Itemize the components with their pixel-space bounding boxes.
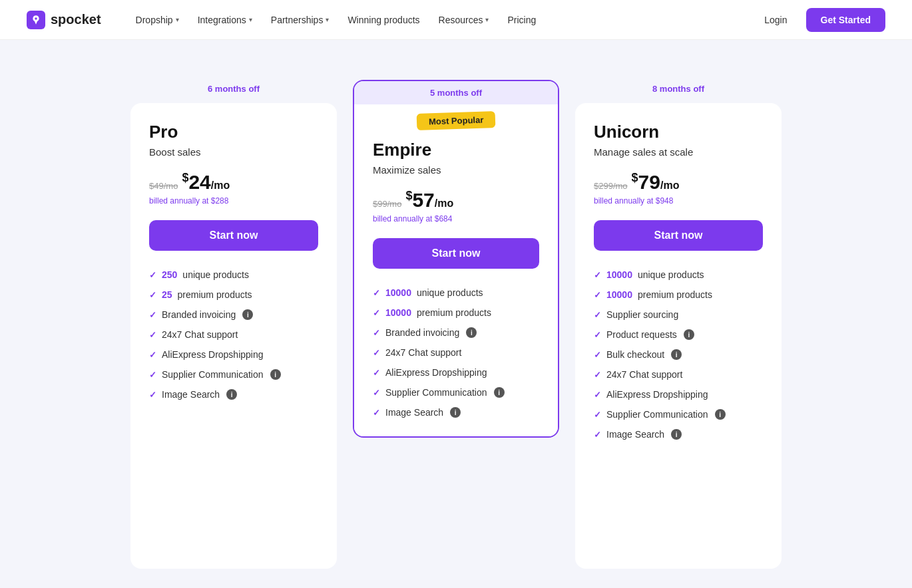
pro-dollar: $ <box>182 171 188 184</box>
pro-feature-image-search: ✓ Image Search i <box>149 389 318 400</box>
empire-price-row: $99/mo $57/mo <box>373 189 539 212</box>
info-icon[interactable]: i <box>450 407 461 418</box>
check-icon: ✓ <box>149 330 156 340</box>
pro-feature-premium-products: ✓ 25 premium products <box>149 289 318 300</box>
check-icon: ✓ <box>149 270 156 280</box>
empire-feature-premium-products: ✓ 10000 premium products <box>373 307 539 318</box>
pro-price-row: $49/mo $24/mo <box>149 171 318 194</box>
info-icon[interactable]: i <box>242 309 253 320</box>
pro-feature-list: ✓ 250 unique products ✓ 25 premium produ… <box>149 269 318 400</box>
unicorn-feature-supplier-comm: ✓ Supplier Communication i <box>594 409 763 420</box>
pro-unique-count: 250 <box>162 269 177 280</box>
empire-plan-name: Empire <box>373 140 539 160</box>
unicorn-badge: 8 months off <box>575 80 782 98</box>
pro-premium-count: 25 <box>162 289 172 300</box>
empire-premium-count: 10000 <box>385 307 411 318</box>
most-popular-wrap: Most Popular <box>373 104 539 140</box>
pro-feature-chat-support: ✓ 24x7 Chat support <box>149 329 318 340</box>
chevron-down-icon: ▾ <box>176 16 179 23</box>
unicorn-tagline: Manage sales at scale <box>594 146 763 158</box>
unicorn-feature-chat-support: ✓ 24x7 Chat support <box>594 369 763 380</box>
chevron-down-icon: ▾ <box>249 16 252 23</box>
unicorn-card-body: Unicorn Manage sales at scale $299/mo $7… <box>575 103 782 569</box>
check-icon: ✓ <box>373 288 380 298</box>
pro-feature-unique-products: ✓ 250 unique products <box>149 269 318 280</box>
plan-card-empire: 5 months off Most Popular Empire Maximiz… <box>353 80 559 438</box>
pro-billed-note: billed annually at $288 <box>149 196 318 206</box>
unicorn-feature-product-requests: ✓ Product requests i <box>594 329 763 340</box>
check-icon: ✓ <box>594 430 601 440</box>
info-icon[interactable]: i <box>226 389 237 400</box>
empire-feature-supplier-comm: ✓ Supplier Communication i <box>373 387 539 398</box>
check-icon: ✓ <box>149 350 156 360</box>
check-icon: ✓ <box>594 390 601 400</box>
pricing-section: 6 months off Pro Boost sales $49/mo $24/… <box>0 40 912 588</box>
empire-tagline: Maximize sales <box>373 164 539 176</box>
nav-links: Dropship ▾ Integrations ▾ Partnerships ▾… <box>128 11 754 29</box>
get-started-button[interactable]: Get Started <box>806 8 885 32</box>
pro-card-body: Pro Boost sales $49/mo $24/mo billed ann… <box>130 103 337 569</box>
check-icon: ✓ <box>594 410 601 420</box>
pro-price-old: $49/mo <box>149 181 178 191</box>
pro-feature-aliexpress: ✓ AliExpress Dropshipping <box>149 349 318 360</box>
check-icon: ✓ <box>594 370 601 380</box>
info-icon[interactable]: i <box>466 327 477 338</box>
nav-item-dropship[interactable]: Dropship ▾ <box>128 11 187 29</box>
login-button[interactable]: Login <box>754 9 798 31</box>
info-icon[interactable]: i <box>671 349 682 360</box>
info-icon[interactable]: i <box>494 387 505 398</box>
pro-badge: 6 months off <box>130 80 337 98</box>
unicorn-premium-count: 10000 <box>606 289 632 300</box>
check-icon: ✓ <box>594 290 601 300</box>
empire-feature-image-search: ✓ Image Search i <box>373 407 539 418</box>
unicorn-price-row: $299/mo $79/mo <box>594 171 763 194</box>
check-icon: ✓ <box>594 350 601 360</box>
empire-card-body: Most Popular Empire Maximize sales $99/m… <box>354 104 558 436</box>
nav-item-pricing[interactable]: Pricing <box>499 11 544 29</box>
check-icon: ✓ <box>149 310 156 320</box>
unicorn-feature-unique-products: ✓ 10000 unique products <box>594 269 763 280</box>
unicorn-start-button[interactable]: Start now <box>594 220 763 251</box>
unicorn-feature-supplier-sourcing: ✓ Supplier sourcing <box>594 309 763 320</box>
empire-feature-chat-support: ✓ 24x7 Chat support <box>373 347 539 358</box>
empire-feature-unique-products: ✓ 10000 unique products <box>373 287 539 298</box>
nav-item-integrations[interactable]: Integrations ▾ <box>190 11 260 29</box>
nav-item-partnerships[interactable]: Partnerships ▾ <box>263 11 338 29</box>
pro-start-button[interactable]: Start now <box>149 220 318 251</box>
nav-actions: Login Get Started <box>754 8 885 32</box>
info-icon[interactable]: i <box>270 369 281 380</box>
info-icon[interactable]: i <box>671 429 682 440</box>
unicorn-feature-list: ✓ 10000 unique products ✓ 10000 premium … <box>594 269 763 440</box>
unicorn-feature-image-search: ✓ Image Search i <box>594 429 763 440</box>
logo-icon <box>27 11 45 29</box>
unicorn-dollar: $ <box>632 171 638 184</box>
pro-feature-supplier-comm: ✓ Supplier Communication i <box>149 369 318 380</box>
unicorn-price-new: $79/mo <box>632 171 680 194</box>
check-icon: ✓ <box>594 270 601 280</box>
empire-badge: 5 months off <box>354 81 558 104</box>
empire-dollar: $ <box>405 189 412 202</box>
unicorn-feature-bulk-checkout: ✓ Bulk checkout i <box>594 349 763 360</box>
navbar: spocket Dropship ▾ Integrations ▾ Partne… <box>0 0 912 40</box>
empire-billed-note: billed annually at $684 <box>373 214 539 223</box>
info-icon[interactable]: i <box>715 409 726 420</box>
info-icon[interactable]: i <box>684 329 694 340</box>
unicorn-plan-name: Unicorn <box>594 122 763 142</box>
logo[interactable]: spocket <box>27 11 101 29</box>
check-icon: ✓ <box>373 388 380 398</box>
check-icon: ✓ <box>373 368 380 378</box>
unicorn-feature-premium-products: ✓ 10000 premium products <box>594 289 763 300</box>
nav-item-winning-products[interactable]: Winning products <box>340 11 427 29</box>
nav-item-resources[interactable]: Resources ▾ <box>431 11 497 29</box>
empire-start-button[interactable]: Start now <box>373 238 539 269</box>
chevron-down-icon: ▾ <box>326 16 329 23</box>
empire-unique-count: 10000 <box>385 287 411 298</box>
pro-tagline: Boost sales <box>149 146 318 158</box>
unicorn-feature-aliexpress: ✓ AliExpress Dropshipping <box>594 389 763 400</box>
pro-price-new: $24/mo <box>182 171 230 194</box>
pro-plan-name: Pro <box>149 122 318 142</box>
unicorn-price-old: $299/mo <box>594 181 628 191</box>
empire-feature-aliexpress: ✓ AliExpress Dropshipping <box>373 367 539 378</box>
empire-price-old: $99/mo <box>373 199 401 209</box>
most-popular-tag: Most Popular <box>416 111 495 130</box>
